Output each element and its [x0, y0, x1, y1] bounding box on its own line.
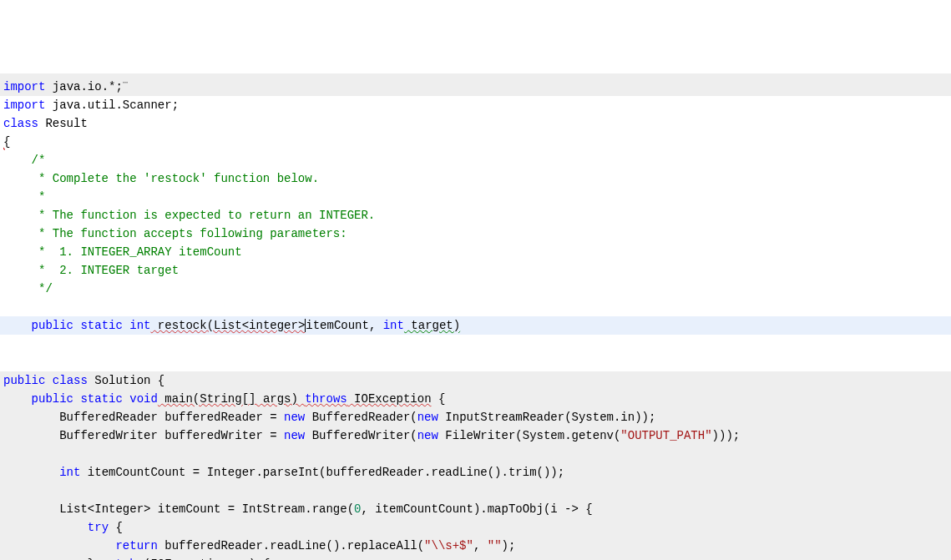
code-line[interactable]: BufferedWriter bufferedWriter = new Buff…	[0, 426, 951, 445]
code-line[interactable]: * Complete the 'restock' function below.	[0, 169, 951, 188]
code-text: BufferedReader bufferedReader =	[59, 411, 284, 424]
code-line-current[interactable]: public static int restock(List<integer>i…	[0, 316, 951, 335]
code-text: InputStreamReader(System.in));	[438, 411, 655, 424]
comment-text: * 1. INTEGER_ARRAY itemCount	[3, 245, 242, 259]
code-text: bufferedReader.readLine().replaceAll(	[158, 539, 424, 552]
keyword-new: new	[417, 411, 438, 424]
code-line[interactable]: public static void main(String[] args) t…	[0, 390, 951, 408]
method-signature: main(String[] args)	[158, 392, 305, 406]
code-line[interactable]	[0, 445, 951, 463]
code-line[interactable]: try {	[0, 518, 951, 537]
code-line[interactable]	[0, 353, 951, 371]
code-text: (IOException ex) {	[137, 557, 271, 560]
class-name: Result	[38, 117, 88, 130]
comment-text: */	[3, 282, 53, 295]
code-line[interactable]: int itemCountCount = Integer.parseInt(bu…	[0, 463, 951, 482]
comment-text: * The function is expected to return an …	[3, 209, 375, 222]
indent	[3, 411, 59, 424]
code-text: BufferedWriter(	[305, 429, 417, 442]
keyword-new: new	[417, 429, 438, 442]
code-text: , itemCountCount).mapToObj(i -> {	[361, 502, 592, 516]
comment-text: * 2. INTEGER target	[3, 264, 179, 277]
code-text: )));	[712, 429, 741, 442]
comment-text: * Complete the 'restock' function below.	[3, 172, 319, 185]
comment-text: /*	[3, 154, 45, 167]
keyword-class: class	[3, 117, 38, 130]
keyword-public: public	[3, 374, 45, 387]
comment-text: * The function accepts following paramet…	[3, 227, 347, 240]
string-literal: "OUTPUT_PATH"	[620, 429, 711, 442]
keyword-void: void	[123, 392, 158, 406]
class-name: Solution {	[88, 374, 164, 387]
indent	[3, 466, 59, 479]
code-line[interactable]: List<Integer> itemCount = IntStream.rang…	[0, 500, 951, 518]
keyword-public: public	[32, 319, 73, 332]
indent	[3, 429, 59, 442]
keyword-import: import	[3, 98, 45, 112]
code-line[interactable]: class Result	[0, 114, 951, 133]
string-literal: "\\s+$"	[424, 539, 473, 552]
keyword-try: try	[88, 521, 109, 534]
code-text: BufferedWriter bufferedWriter =	[59, 429, 284, 442]
code-line[interactable]	[0, 335, 951, 353]
fold-icon[interactable]: ⋯	[123, 78, 129, 88]
code-line[interactable]: * 2. INTEGER target	[0, 261, 951, 280]
code-line[interactable]: /*	[0, 151, 951, 169]
code-text: ,	[473, 539, 488, 552]
keyword-static: static	[73, 319, 123, 332]
code-line[interactable]: import java.io.*;⋯	[0, 73, 951, 96]
code-line[interactable]: BufferedReader bufferedReader = new Buff…	[0, 408, 951, 426]
code-line[interactable]: return bufferedReader.readLine().replace…	[0, 537, 951, 555]
keyword-int: int	[59, 466, 80, 479]
indent	[3, 521, 88, 534]
code-line[interactable]: * The function accepts following paramet…	[0, 225, 951, 243]
open-brace: {	[109, 521, 123, 534]
keyword-catch: catch	[102, 557, 137, 560]
close-brace: }	[88, 557, 102, 560]
code-line[interactable]: public class Solution {	[0, 371, 951, 390]
code-text: );	[502, 539, 516, 552]
keyword-import: import	[3, 80, 45, 93]
parameter: itemCount,	[306, 319, 382, 332]
code-line[interactable]: */	[0, 280, 951, 298]
keyword-int: int	[383, 319, 404, 332]
function-signature: restock(List<integer>	[150, 319, 305, 332]
parameter: target)	[404, 319, 460, 332]
code-text: BufferedReader(	[305, 411, 417, 424]
indent	[3, 502, 59, 516]
keyword-throws: throws	[305, 392, 347, 406]
open-brace: {	[432, 392, 446, 406]
keyword-static: static	[73, 392, 123, 406]
code-line[interactable]: *	[0, 188, 951, 206]
package-name: java.io.*;	[45, 80, 122, 93]
keyword-return: return	[115, 539, 157, 552]
open-brace: {	[3, 135, 10, 149]
string-literal: ""	[488, 539, 502, 552]
package-name: java.util.Scanner;	[45, 98, 179, 112]
keyword-public: public	[32, 392, 73, 406]
code-line[interactable]: * The function is expected to return an …	[0, 206, 951, 225]
code-line[interactable]: * 1. INTEGER_ARRAY itemCount	[0, 243, 951, 261]
code-line[interactable]: } catch (IOException ex) {	[0, 555, 951, 560]
code-line[interactable]	[0, 298, 951, 316]
exception-type: IOException	[347, 392, 432, 406]
indent	[3, 392, 32, 406]
code-line[interactable]: {	[0, 133, 951, 151]
keyword-class: class	[45, 374, 87, 387]
indent	[3, 557, 88, 560]
indent	[3, 539, 115, 552]
indent	[3, 319, 32, 332]
keyword-new: new	[284, 429, 305, 442]
keyword-int: int	[123, 319, 151, 332]
code-text: FileWriter(System.getenv(	[438, 429, 620, 442]
comment-text: *	[3, 190, 45, 204]
code-text: itemCountCount = Integer.parseInt(buffer…	[80, 466, 564, 479]
code-line[interactable]	[0, 482, 951, 500]
code-editor[interactable]: import java.io.*;⋯import java.util.Scann…	[0, 73, 951, 560]
keyword-new: new	[284, 411, 305, 424]
code-text: List<Integer> itemCount = IntStream.rang…	[59, 502, 354, 516]
code-line[interactable]: import java.util.Scanner;	[0, 96, 951, 114]
